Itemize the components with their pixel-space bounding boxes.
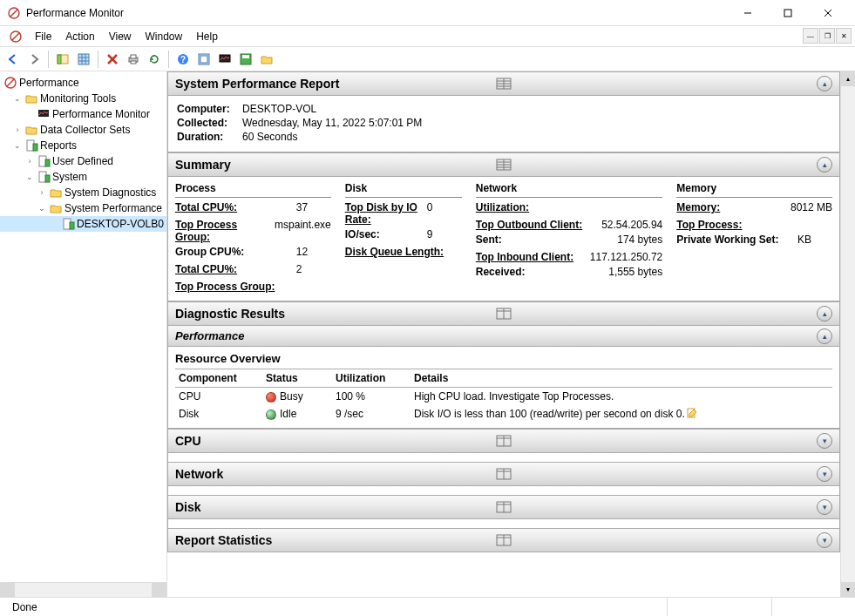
section-diagnostic-results[interactable]: Diagnostic Results ▴ bbox=[167, 301, 840, 326]
table-row: CPUBusy100 %High CPU load. Investigate T… bbox=[175, 388, 832, 406]
svg-rect-3 bbox=[784, 10, 791, 17]
status-text: Done bbox=[5, 598, 667, 616]
save-button[interactable] bbox=[236, 50, 255, 69]
collapse-button[interactable]: ▴ bbox=[817, 328, 832, 344]
col-component: Component bbox=[175, 369, 262, 388]
menu-file[interactable]: File bbox=[28, 28, 58, 45]
report-pane: System Performance Report ▴ Computer:DES… bbox=[167, 71, 840, 597]
summary-process: Process Total CPU%:37 Top Process Group:… bbox=[168, 177, 338, 301]
tree-horizontal-scrollbar[interactable] bbox=[0, 582, 166, 597]
computer-value: DESKTOP-VOL bbox=[242, 103, 316, 115]
edit-icon bbox=[687, 408, 697, 418]
vertical-scrollbar[interactable] bbox=[840, 71, 855, 597]
collected-label: Collected: bbox=[177, 117, 242, 129]
tree-reports[interactable]: ⌄ Reports bbox=[0, 138, 166, 153]
expander-icon[interactable]: ⌄ bbox=[24, 172, 35, 182]
grid-icon bbox=[496, 78, 512, 90]
svg-line-1 bbox=[10, 10, 17, 17]
properties-button[interactable] bbox=[74, 50, 93, 69]
reports-icon bbox=[37, 170, 51, 184]
svg-line-7 bbox=[12, 33, 19, 40]
help-button[interactable]: ? bbox=[173, 50, 193, 69]
tree-label: User Defined bbox=[52, 155, 113, 167]
tree-system[interactable]: ⌄ System bbox=[0, 169, 166, 185]
section-network[interactable]: Network ▾ bbox=[167, 462, 840, 486]
maximize-button[interactable] bbox=[768, 0, 808, 26]
cell-details: Disk I/O is less than 100 (read/write) p… bbox=[411, 405, 832, 423]
svg-rect-9 bbox=[58, 55, 61, 64]
section-cpu[interactable]: CPU ▾ bbox=[167, 429, 840, 453]
section-system-performance-report[interactable]: System Performance Report ▴ bbox=[167, 71, 840, 96]
print-button[interactable] bbox=[124, 50, 143, 69]
tree-sysperf[interactable]: ⌄ System Performance bbox=[0, 200, 166, 216]
grid-icon bbox=[496, 534, 512, 546]
expand-button[interactable]: ▾ bbox=[817, 466, 832, 482]
expander-icon[interactable]: ⌄ bbox=[12, 140, 23, 151]
folder-icon bbox=[24, 91, 38, 105]
collapse-button[interactable]: ▴ bbox=[817, 306, 832, 322]
menu-view[interactable]: View bbox=[102, 28, 139, 45]
expander-icon[interactable]: ⌄ bbox=[12, 93, 23, 104]
tree-label: Monitoring Tools bbox=[40, 92, 116, 105]
report-info: Computer:DESKTOP-VOL Collected:Wednesday… bbox=[167, 96, 840, 152]
report-icon bbox=[61, 217, 75, 231]
svg-rect-23 bbox=[200, 56, 207, 63]
collapse-button[interactable]: ▴ bbox=[817, 76, 832, 91]
menu-action[interactable]: Action bbox=[58, 28, 101, 45]
minimize-button[interactable] bbox=[728, 0, 768, 26]
titlebar: Performance Monitor bbox=[0, 0, 855, 26]
tree-perfmon[interactable]: Performance Monitor bbox=[0, 106, 166, 122]
tree-label: Performance Monitor bbox=[52, 108, 150, 120]
perfmon-icon bbox=[3, 76, 17, 90]
mdi-minimize-button[interactable]: — bbox=[803, 28, 818, 44]
tree-user-defined[interactable]: › User Defined bbox=[0, 153, 166, 169]
show-hide-tree-button[interactable] bbox=[53, 50, 72, 69]
back-button[interactable] bbox=[3, 50, 23, 69]
tree-performance[interactable]: Performance bbox=[0, 75, 166, 91]
expander-icon[interactable]: › bbox=[12, 125, 23, 135]
section-disk[interactable]: Disk ▾ bbox=[167, 495, 840, 519]
expander-icon[interactable]: ⌄ bbox=[37, 203, 47, 213]
tree-label: DESKTOP-VOLB0 bbox=[77, 218, 164, 230]
close-button[interactable] bbox=[808, 0, 848, 26]
forward-button[interactable] bbox=[24, 50, 44, 69]
tree-monitoring-tools[interactable]: ⌄ Monitoring Tools bbox=[0, 91, 166, 106]
section-performance[interactable]: Performance ▴ bbox=[167, 326, 840, 347]
section-report-statistics[interactable]: Report Statistics ▾ bbox=[167, 528, 840, 552]
menu-help[interactable]: Help bbox=[189, 28, 225, 45]
open-button[interactable] bbox=[257, 50, 276, 69]
tree-dcs[interactable]: › Data Collector Sets bbox=[0, 122, 166, 138]
col-details: Details bbox=[411, 369, 832, 388]
tree-node-selected[interactable]: DESKTOP-VOLB0 bbox=[0, 216, 166, 232]
collected-value: Wednesday, May 11, 2022 5:07:01 PM bbox=[242, 117, 422, 129]
tree-label: System Diagnostics bbox=[64, 186, 156, 199]
expander-icon[interactable]: › bbox=[37, 187, 47, 198]
statusbar: Done bbox=[0, 597, 855, 616]
freeze-button[interactable] bbox=[194, 50, 214, 69]
collapse-button[interactable]: ▴ bbox=[817, 157, 832, 173]
monitor-button[interactable] bbox=[215, 50, 234, 69]
col-status: Status bbox=[262, 369, 332, 388]
navigation-tree[interactable]: Performance ⌄ Monitoring Tools Performan… bbox=[0, 71, 167, 597]
mdi-restore-button[interactable]: ❐ bbox=[819, 28, 835, 44]
summary-disk: Disk Top Disk by IO Rate:0 IO/sec:9 Disk… bbox=[338, 177, 469, 301]
table-row: DiskIdle9 /secDisk I/O is less than 100 … bbox=[175, 405, 832, 423]
expand-button[interactable]: ▾ bbox=[817, 433, 832, 449]
svg-text:?: ? bbox=[180, 55, 186, 64]
svg-rect-31 bbox=[33, 144, 37, 151]
expand-button[interactable]: ▾ bbox=[817, 532, 832, 548]
expand-button[interactable]: ▾ bbox=[817, 499, 832, 515]
status-dot-icon bbox=[266, 410, 276, 420]
section-summary[interactable]: Summary ▴ bbox=[167, 152, 840, 177]
tree-label: Reports bbox=[40, 139, 77, 152]
refresh-button[interactable] bbox=[145, 50, 164, 69]
mdi-close-button[interactable]: ✕ bbox=[836, 28, 852, 44]
cell-details: High CPU load. Investigate Top Processes… bbox=[411, 388, 832, 406]
tree-sysdiag[interactable]: › System Diagnostics bbox=[0, 185, 166, 200]
expander-icon[interactable]: › bbox=[24, 156, 35, 166]
delete-button[interactable] bbox=[103, 50, 122, 69]
resource-overview: Resource Overview Component Status Utili… bbox=[167, 347, 840, 429]
svg-rect-33 bbox=[45, 159, 50, 166]
svg-rect-26 bbox=[242, 55, 249, 58]
menu-window[interactable]: Window bbox=[139, 28, 190, 45]
